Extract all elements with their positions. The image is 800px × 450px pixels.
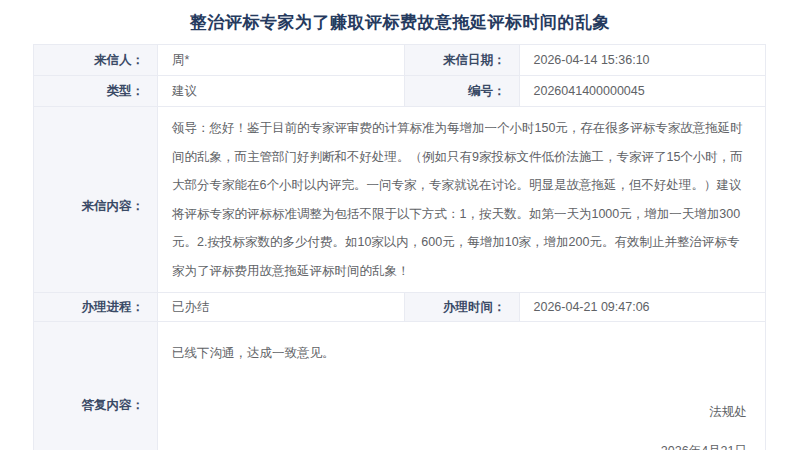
process-time-label: 办理时间： [404, 293, 519, 322]
content-label: 来信内容： [34, 107, 158, 293]
type-value: 建议 [158, 76, 405, 107]
content-value: 领导：您好！鉴于目前的专家评审费的计算标准为每增加一个小时150元，存在很多评标… [158, 107, 766, 293]
progress-label: 办理进程： [34, 293, 158, 322]
reply-signature-date: 2026年4月21日 [172, 443, 747, 450]
type-label: 类型： [34, 76, 158, 107]
table-row: 办理进程： 已办结 办理时间： 2026-04-21 09:47:06 [34, 293, 766, 322]
reply-cell: 已线下沟通，达成一致意见。 法规处 2026年4月21日 [158, 322, 766, 450]
table-row: 来信人： 周* 来信日期： 2026-04-14 15:36:10 [34, 45, 766, 76]
table-row: 类型： 建议 编号： 2026041400000045 [34, 76, 766, 107]
sender-label: 来信人： [34, 45, 158, 76]
reply-label: 答复内容： [34, 322, 158, 450]
process-time-value: 2026-04-21 09:47:06 [519, 293, 766, 322]
page-title: 整治评标专家为了赚取评标费故意拖延评标时间的乱象 [0, 0, 800, 34]
sender-value: 周* [158, 45, 405, 76]
letter-detail-table: 来信人： 周* 来信日期： 2026-04-14 15:36:10 类型： 建议… [33, 44, 766, 450]
letter-date-value: 2026-04-14 15:36:10 [519, 45, 766, 76]
reply-signature-org: 法规处 [172, 404, 747, 421]
table-row: 来信内容： 领导：您好！鉴于目前的专家评审费的计算标准为每增加一个小时150元，… [34, 107, 766, 293]
letter-date-label: 来信日期： [404, 45, 519, 76]
table-row: 答复内容： 已线下沟通，达成一致意见。 法规处 2026年4月21日 [34, 322, 766, 450]
letter-detail-page: 整治评标专家为了赚取评标费故意拖延评标时间的乱象 来信人： 周* 来信日期： 2… [0, 0, 800, 450]
number-label: 编号： [404, 76, 519, 107]
reply-value: 已线下沟通，达成一致意见。 [172, 345, 747, 362]
progress-value: 已办结 [158, 293, 405, 322]
number-value: 2026041400000045 [519, 76, 766, 107]
